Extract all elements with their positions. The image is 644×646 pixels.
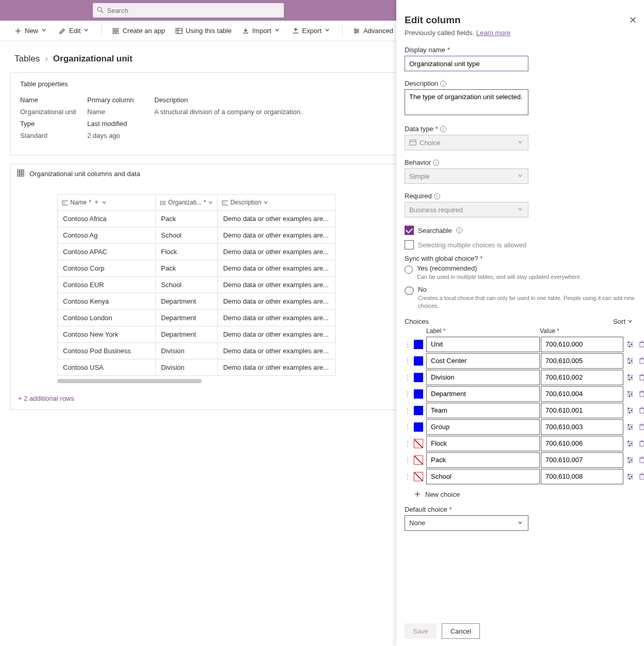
info-icon[interactable]: i <box>434 193 440 199</box>
drag-handle-icon[interactable]: ⋮⋮ <box>405 456 413 464</box>
color-swatch[interactable] <box>414 406 423 415</box>
choice-value-input[interactable] <box>541 469 623 484</box>
choice-value-input[interactable] <box>541 403 623 418</box>
drag-handle-icon[interactable]: ⋮⋮ <box>405 407 413 414</box>
cmd-create-app[interactable]: Create an app <box>108 23 169 39</box>
choice-value-input[interactable] <box>541 353 623 369</box>
drag-handle-icon[interactable]: ⋮⋮ <box>405 423 413 431</box>
col-header-name[interactable]: Name* <box>58 195 156 211</box>
choice-label-input[interactable] <box>426 353 540 369</box>
display-name-input[interactable] <box>405 56 528 71</box>
col-header-orgtype[interactable]: Organizati...* <box>156 195 218 211</box>
search-input[interactable] <box>107 7 280 14</box>
info-icon[interactable]: i <box>440 126 446 132</box>
color-swatch[interactable] <box>414 455 423 465</box>
cell-name[interactable]: Contoso APAC <box>58 244 156 260</box>
choice-label-input[interactable] <box>426 469 540 484</box>
choice-delete-button[interactable] <box>637 340 644 349</box>
info-icon[interactable]: i <box>456 227 462 233</box>
choice-label-input[interactable] <box>426 337 540 352</box>
choice-value-input[interactable] <box>541 452 623 468</box>
table-row[interactable]: Contoso AgSchoolDemo data or other examp… <box>58 227 336 244</box>
drag-handle-icon[interactable]: ⋮⋮ <box>405 440 413 447</box>
info-icon[interactable]: i <box>440 81 446 87</box>
choice-value-input[interactable] <box>541 419 623 435</box>
choice-label-input[interactable] <box>426 436 540 451</box>
cell-desc[interactable]: Demo data or other examples are... <box>218 326 336 343</box>
color-swatch[interactable] <box>414 373 423 382</box>
cmd-edit[interactable]: Edit <box>55 23 95 39</box>
cell-type[interactable]: School <box>156 277 218 293</box>
cell-desc[interactable]: Demo data or other examples are... <box>218 310 336 326</box>
close-button[interactable]: ✕ <box>629 14 637 26</box>
choice-value-input[interactable] <box>541 386 623 402</box>
choice-more-button[interactable] <box>624 340 636 349</box>
choice-more-button[interactable] <box>624 456 636 464</box>
choice-delete-button[interactable] <box>637 423 644 431</box>
cell-name[interactable]: Contoso EUR <box>58 277 156 293</box>
choice-value-input[interactable] <box>541 370 623 385</box>
cell-type[interactable]: Division <box>156 359 218 376</box>
color-swatch[interactable] <box>414 340 423 349</box>
choice-value-input[interactable] <box>541 337 623 352</box>
choice-delete-button[interactable] <box>637 373 644 382</box>
sync-no-radio[interactable] <box>405 287 414 295</box>
drag-handle-icon[interactable]: ⋮⋮ <box>405 341 413 348</box>
cmd-import[interactable]: Import <box>238 23 286 39</box>
sync-yes-radio[interactable] <box>405 265 413 274</box>
multi-checkbox[interactable] <box>405 240 414 249</box>
choice-label-input[interactable] <box>426 419 540 435</box>
choice-delete-button[interactable] <box>637 390 644 398</box>
cell-desc[interactable]: Demo data or other examples are... <box>218 359 336 376</box>
cell-desc[interactable]: Demo data or other examples are... <box>218 244 336 260</box>
table-row[interactable]: Contoso USADivisionDemo data or other ex… <box>58 359 336 376</box>
choice-value-input[interactable] <box>541 436 623 451</box>
choice-delete-button[interactable] <box>637 456 644 464</box>
cell-desc[interactable]: Demo data or other examples are... <box>218 211 336 227</box>
cell-type[interactable]: Pack <box>156 211 218 227</box>
choice-more-button[interactable] <box>624 373 636 382</box>
choice-more-button[interactable] <box>624 390 636 398</box>
table-row[interactable]: Contoso KenyaDepartmentDemo data or othe… <box>58 293 336 310</box>
choice-label-input[interactable] <box>426 452 540 468</box>
drag-handle-icon[interactable]: ⋮⋮ <box>405 374 413 381</box>
save-button[interactable]: Save <box>405 623 437 639</box>
drag-handle-icon[interactable]: ⋮⋮ <box>405 357 413 365</box>
table-row[interactable]: Contoso EURSchoolDemo data or other exam… <box>58 277 336 293</box>
sort-button[interactable]: Sort <box>613 318 633 325</box>
new-choice-button[interactable]: New choice <box>405 485 639 498</box>
drag-handle-icon[interactable]: ⋮⋮ <box>405 390 413 398</box>
cell-desc[interactable]: Demo data or other examples are... <box>218 343 336 359</box>
cmd-new[interactable]: New <box>10 23 53 39</box>
cell-type[interactable]: School <box>156 227 218 244</box>
color-swatch[interactable] <box>414 422 423 432</box>
choice-delete-button[interactable] <box>637 406 644 415</box>
info-icon[interactable]: i <box>433 160 439 166</box>
cmd-advanced[interactable]: Advanced <box>349 23 397 39</box>
choice-delete-button[interactable] <box>637 357 644 365</box>
color-swatch[interactable] <box>414 356 423 366</box>
cell-name[interactable]: Contoso New York <box>58 326 156 343</box>
searchable-checkbox[interactable] <box>405 226 414 235</box>
col-header-desc[interactable]: Description <box>218 195 336 211</box>
choice-label-input[interactable] <box>426 386 540 402</box>
default-choice-select[interactable]: None <box>405 515 528 531</box>
table-row[interactable]: Contoso LondonDepartmentDemo data or oth… <box>58 310 336 326</box>
learn-more-link[interactable]: Learn more <box>476 29 510 37</box>
table-row[interactable]: Contoso New YorkDepartmentDemo data or o… <box>58 326 336 343</box>
table-row[interactable]: Contoso APACFlockDemo data or other exam… <box>58 244 336 260</box>
cell-name[interactable]: Contoso London <box>58 310 156 326</box>
cell-type[interactable]: Division <box>156 343 218 359</box>
choice-label-input[interactable] <box>426 370 540 385</box>
choice-delete-button[interactable] <box>637 472 644 481</box>
color-swatch[interactable] <box>414 472 423 481</box>
description-input[interactable]: The type of organization unit selected. <box>405 89 528 115</box>
cell-desc[interactable]: Demo data or other examples are... <box>218 260 336 277</box>
choice-more-button[interactable] <box>624 472 636 481</box>
choice-more-button[interactable] <box>624 423 636 431</box>
table-row[interactable]: Contoso AfricaPackDemo data or other exa… <box>58 211 336 227</box>
table-row[interactable]: Contoso Pod BusinessDivisionDemo data or… <box>58 343 336 359</box>
cell-name[interactable]: Contoso Africa <box>58 211 156 227</box>
cancel-button[interactable]: Cancel <box>442 623 480 639</box>
choice-more-button[interactable] <box>624 406 636 415</box>
